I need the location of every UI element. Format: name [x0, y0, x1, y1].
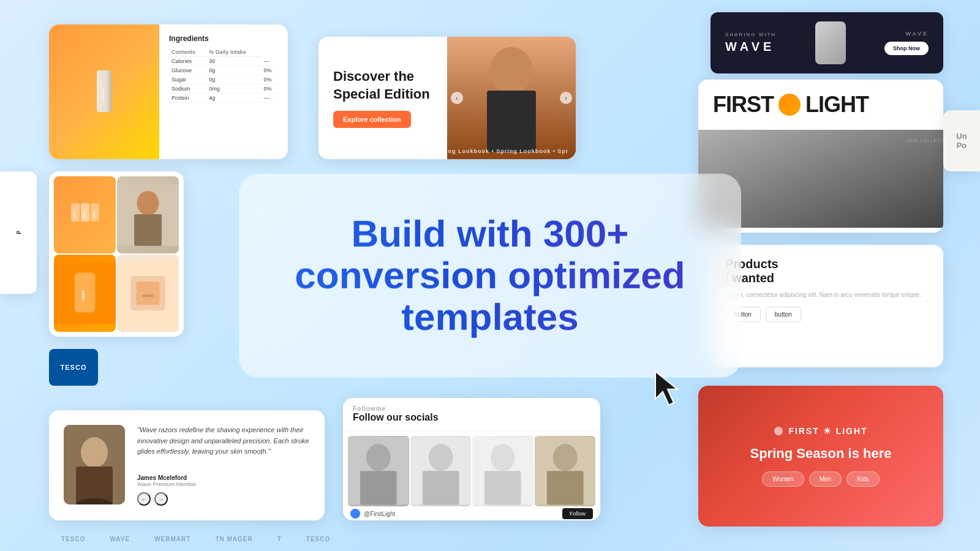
testimonial-prev[interactable]: ← — [137, 492, 151, 506]
ing-row: Sodium0mg0% — [169, 84, 278, 94]
svg-point-4 — [490, 47, 533, 94]
grid-cell-orange2: HiBRID — [54, 255, 116, 332]
svg-point-40 — [774, 427, 783, 435]
wave-brand-text: WAVE — [725, 40, 776, 54]
model-small-svg — [117, 176, 179, 253]
svg-rect-36 — [484, 471, 521, 504]
next-arrow[interactable]: › — [560, 92, 572, 104]
fl-red-women-btn[interactable]: Women — [762, 471, 804, 487]
logos-bar: TESCO Wave Webmart TN Mager T TESCO — [49, 527, 845, 551]
testimonial-next[interactable]: → — [154, 492, 168, 506]
fl-sun-icon — [778, 94, 801, 116]
logo-tn-mager: TN Mager — [215, 536, 252, 542]
far-right-top-card: UnPo — [943, 110, 980, 171]
fl-red-men-btn[interactable]: Men — [809, 471, 842, 487]
first-light-title: FIRST LIGHT — [713, 92, 869, 118]
grid-cell-box: HiBRID — [117, 255, 179, 332]
far-left-text: d — [15, 231, 21, 235]
grid-cell-cans: HiBRID HiBRID HiBRID — [54, 176, 116, 253]
fl-red-logo: FIRST ☀ LIGHT — [774, 426, 867, 436]
social-person-3 — [472, 436, 533, 506]
testimonial-content: "Wave razors redefine the shaving experi… — [137, 425, 310, 506]
ingredients-title: Ingredients — [169, 34, 278, 43]
social-title: Follow our socials — [353, 412, 590, 423]
products-description: Lorem, consectetur adipiscing elit. Nam … — [725, 290, 929, 299]
ing-row: Calories30— — [169, 57, 278, 66]
cursor-svg — [643, 365, 692, 414]
wave-right-section: WAVE Shop Now — [884, 31, 929, 55]
box-svg: HiBRID — [117, 255, 179, 332]
ing-row: Glucose0g0% — [169, 66, 278, 75]
main-headline: Build with 300+ conversion optimized tem… — [276, 213, 704, 339]
fl-red-buttons: Women Men Kids — [762, 471, 879, 487]
svg-text:HiBRID: HiBRID — [83, 210, 86, 218]
fl-red-brand: FIRST ☀ LIGHT — [788, 426, 867, 436]
hibrid-can-svg: HiBRID — [92, 67, 116, 116]
special-edition-text: Discover the Special Edition Explore col… — [318, 37, 447, 159]
testimonial-card: "Wave razors redefine the shaving experi… — [49, 410, 325, 520]
svg-rect-16 — [134, 214, 162, 246]
ingredients-table: Contents % Daily Intake Calories30— Gluc… — [169, 48, 278, 103]
model-svg — [447, 37, 576, 159]
center-overlay: Build with 300+ conversion optimized tem… — [239, 174, 741, 378]
testimonial-photo — [64, 425, 125, 504]
col-daily: % Daily Intake — [206, 48, 261, 57]
main-scene: d HiBRID Ingredients — [0, 0, 980, 551]
hibrid-grid-card: HiBRID HiBRID HiBRID HiBRID — [49, 171, 184, 337]
hibrid-product-image: HiBRID — [49, 24, 159, 159]
svg-rect-33 — [422, 471, 459, 504]
grid-cell-model — [117, 176, 179, 253]
svg-point-38 — [552, 444, 577, 471]
social-header: Followme Follow our socials — [343, 398, 600, 431]
svg-text:HiBRID: HiBRID — [93, 210, 96, 218]
ing-row: Sugar0g0% — [169, 75, 278, 84]
profile-name: @FirstLight — [364, 511, 395, 517]
sharing-with-text: SHARING WITH — [725, 32, 776, 37]
svg-point-25 — [81, 437, 108, 468]
svg-rect-39 — [546, 471, 583, 504]
testimonial-author: James Mceleford Wave Premium Member ← → — [137, 474, 310, 506]
products-title: Products/ wanted — [725, 257, 929, 285]
fl-sun-small-icon — [774, 426, 783, 436]
social-person-4 — [535, 436, 596, 506]
person-svg — [64, 425, 125, 504]
testimonial-quote: "Wave razors redefine the shaving experi… — [137, 425, 310, 457]
col-contents: Contents — [169, 48, 206, 57]
special-edition-card: Discover the Special Edition Explore col… — [318, 37, 576, 159]
social-person-2 — [410, 436, 472, 506]
tesco-text: TESCO — [61, 364, 87, 371]
explore-collection-button[interactable]: Explore collection — [333, 111, 411, 128]
svg-text:NEW COLLECTION: NEW COLLECTION — [907, 138, 943, 143]
ing-row: Protein4g— — [169, 94, 278, 103]
testimonial-role: Wave Premium Member — [137, 481, 310, 487]
wave-brand-label: SHARING WITH WAVE — [725, 32, 776, 54]
logo-tesco: TESCO — [61, 536, 85, 542]
products-content: Products/ wanted Lorem, consectetur adip… — [725, 257, 929, 322]
far-right-text: UnPo — [956, 132, 967, 150]
svg-point-15 — [137, 191, 159, 216]
far-left-card: d — [0, 171, 37, 294]
fl-red-title: Spring Season is here — [750, 446, 891, 462]
fl-light-text: LIGHT — [805, 92, 869, 118]
social-img-2 — [410, 436, 472, 506]
first-light-header: FIRST LIGHT — [698, 80, 943, 130]
wave-product-image — [815, 21, 846, 64]
profile-avatar — [350, 509, 360, 519]
logo-webmart: Webmart — [154, 536, 190, 542]
svg-text:HiBRID: HiBRID — [142, 294, 154, 298]
social-img-1 — [348, 436, 409, 506]
tesco-badge: TESCO — [49, 349, 98, 386]
logo-t: T — [277, 536, 282, 542]
wave-card: SHARING WITH WAVE WAVE Shop Now — [710, 12, 943, 73]
wave-cta-button[interactable]: Shop Now — [884, 42, 929, 55]
follow-button[interactable]: Follow — [562, 508, 593, 519]
fl-red-kids-btn[interactable]: Kids — [846, 471, 879, 487]
product-btn-2[interactable]: button — [766, 307, 801, 322]
products-card: Products/ wanted Lorem, consectetur adip… — [710, 245, 943, 367]
cursor-icon — [643, 365, 692, 414]
prev-arrow[interactable]: ‹ — [451, 92, 463, 104]
hibrid-ingredients-card: HiBRID Ingredients Contents % Daily Inta… — [49, 24, 288, 159]
social-person-1 — [348, 436, 409, 506]
product-buttons: button button — [725, 307, 929, 322]
svg-point-35 — [491, 444, 515, 471]
